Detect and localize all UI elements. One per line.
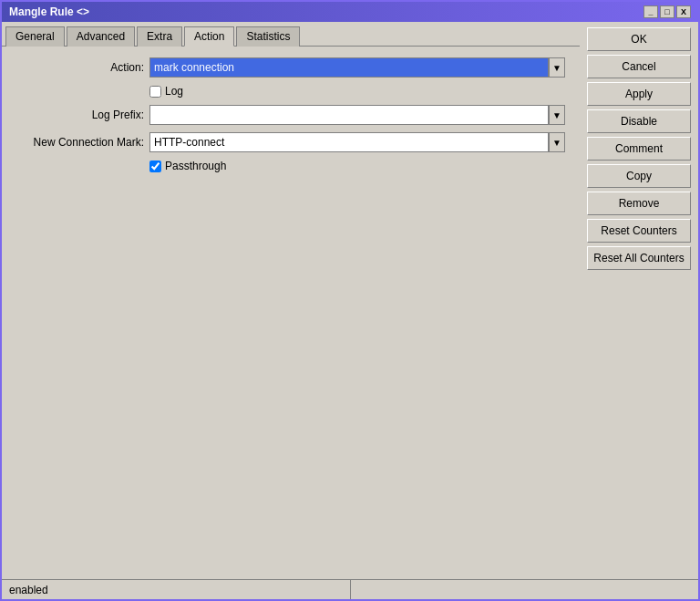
reset-all-counters-button[interactable]: Reset All Counters: [587, 246, 691, 270]
form-area: Action: mark connection ▼ Log Log Prefi: [2, 47, 580, 579]
disable-button[interactable]: Disable: [587, 109, 691, 133]
window-title: Mangle Rule <>: [9, 5, 89, 18]
tab-extra[interactable]: Extra: [137, 26, 182, 47]
status-right: [351, 580, 699, 599]
new-connection-mark-label: New Connection Mark:: [16, 136, 144, 149]
tab-general[interactable]: General: [5, 26, 65, 47]
log-checkbox[interactable]: [149, 86, 161, 98]
action-dropdown-arrow[interactable]: ▼: [549, 57, 565, 78]
new-connection-mark-value: HTTP-connect: [154, 136, 224, 149]
tab-action[interactable]: Action: [184, 26, 234, 47]
main-panel: General Advanced Extra Action Statistics…: [2, 22, 580, 579]
minimize-button[interactable]: _: [643, 5, 658, 18]
tab-advanced[interactable]: Advanced: [67, 26, 135, 47]
passthrough-label: Passthrough: [165, 160, 226, 172]
action-row: Action: mark connection ▼: [16, 57, 565, 78]
status-bar: enabled: [2, 579, 698, 599]
title-bar: Mangle Rule <> _ □ X: [2, 2, 698, 22]
action-value: mark connection: [154, 61, 234, 74]
side-buttons: OK Cancel Apply Disable Comment Copy Rem…: [580, 22, 698, 579]
close-button[interactable]: X: [676, 5, 691, 18]
status-left: enabled: [2, 580, 351, 599]
new-connection-mark-field[interactable]: HTTP-connect: [149, 132, 549, 152]
log-prefix-control: ▼: [149, 105, 565, 125]
tab-statistics[interactable]: Statistics: [236, 26, 300, 47]
new-connection-mark-control: HTTP-connect ▼: [149, 132, 565, 152]
cancel-button[interactable]: Cancel: [587, 55, 691, 78]
ok-button[interactable]: OK: [587, 27, 691, 51]
maximize-button[interactable]: □: [660, 5, 674, 18]
main-window: Mangle Rule <> _ □ X General Advanced Ex…: [0, 0, 700, 601]
reset-counters-button[interactable]: Reset Counters: [587, 219, 691, 243]
comment-button[interactable]: Comment: [587, 137, 691, 161]
log-prefix-field[interactable]: [149, 105, 549, 125]
remove-button[interactable]: Remove: [587, 192, 691, 215]
status-left-text: enabled: [9, 584, 48, 596]
new-connection-mark-row: New Connection Mark: HTTP-connect ▼: [16, 132, 565, 152]
action-control: mark connection ▼: [149, 57, 565, 78]
action-label: Action:: [16, 61, 144, 74]
log-prefix-label: Log Prefix:: [16, 109, 144, 121]
tab-bar: General Advanced Extra Action Statistics: [2, 22, 580, 47]
log-label: Log: [165, 85, 183, 98]
log-prefix-row: Log Prefix: ▼: [16, 105, 565, 125]
new-connection-mark-dropdown-arrow[interactable]: ▼: [549, 132, 565, 152]
content-area: General Advanced Extra Action Statistics…: [2, 22, 698, 579]
log-prefix-dropdown-arrow[interactable]: ▼: [549, 105, 565, 125]
log-checkbox-row: Log: [149, 85, 565, 98]
passthrough-checkbox[interactable]: [149, 161, 161, 172]
action-dropdown-field[interactable]: mark connection: [149, 57, 549, 78]
title-bar-buttons: _ □ X: [643, 5, 691, 18]
passthrough-checkbox-row: Passthrough: [149, 160, 565, 172]
apply-button[interactable]: Apply: [587, 82, 691, 106]
copy-button[interactable]: Copy: [587, 164, 691, 188]
